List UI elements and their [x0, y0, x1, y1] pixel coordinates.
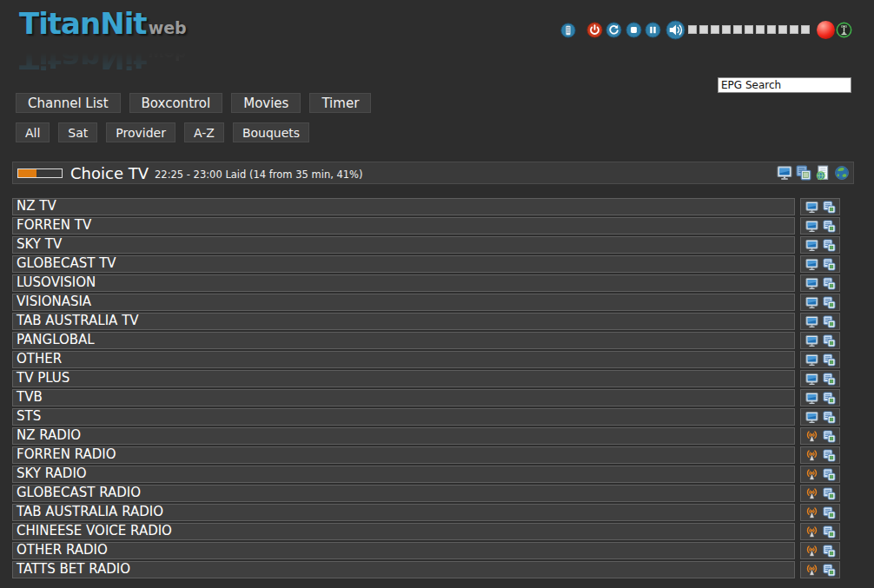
app-logo: TitanNitweb [19, 9, 187, 38]
radio-antenna-icon[interactable] [805, 525, 818, 538]
filter-button-a-z[interactable]: A-Z [184, 122, 224, 142]
channel-name-cell[interactable]: STS [12, 408, 795, 426]
stop-icon[interactable] [626, 22, 642, 38]
nav-button-movies[interactable]: Movies [231, 93, 301, 113]
epg-list-icon[interactable] [823, 334, 836, 347]
channel-name-label: VISIONASIA [17, 294, 91, 309]
volume-level-bar[interactable] [688, 25, 810, 34]
remote-icon[interactable] [560, 23, 576, 38]
channel-name-cell[interactable]: TVB [12, 389, 795, 406]
power-icon[interactable] [586, 22, 603, 38]
screenshot-icon[interactable] [796, 165, 811, 181]
volume-segment[interactable] [711, 25, 719, 34]
volume-segment[interactable] [745, 25, 753, 34]
monitor-icon[interactable] [805, 296, 818, 309]
channel-name-cell[interactable]: TAB AUSTRALIA TV [12, 313, 795, 330]
monitor-icon[interactable] [805, 220, 818, 233]
restart-icon[interactable] [606, 22, 622, 38]
playlist-file-icon[interactable] [815, 165, 831, 181]
radio-antenna-icon[interactable] [805, 449, 818, 462]
channel-name-cell[interactable]: LUSOVISION [12, 274, 795, 292]
monitor-icon[interactable] [805, 392, 818, 405]
filter-button-provider[interactable]: Provider [106, 122, 175, 142]
channel-name-cell[interactable]: NZ TV [12, 198, 795, 215]
monitor-icon[interactable] [805, 201, 818, 214]
epg-list-icon[interactable] [823, 525, 836, 538]
channel-name-cell[interactable]: SKY RADIO [12, 466, 795, 483]
nav-button-timer[interactable]: Timer [309, 93, 371, 113]
epg-list-icon[interactable] [823, 430, 836, 443]
epg-list-icon[interactable] [823, 201, 836, 214]
channel-name-cell[interactable]: TATTS BET RADIO [12, 561, 795, 578]
radio-antenna-icon[interactable] [805, 430, 818, 443]
radio-antenna-icon[interactable] [805, 487, 818, 500]
monitor-icon[interactable] [805, 277, 818, 290]
web-globe-icon[interactable] [834, 165, 850, 181]
epg-list-icon[interactable] [823, 487, 836, 500]
volume-segment[interactable] [722, 25, 731, 34]
monitor-icon[interactable] [805, 411, 818, 424]
channel-name-label: SKY TV [17, 236, 62, 252]
monitor-icon[interactable] [805, 258, 818, 271]
epg-list-icon[interactable] [823, 220, 836, 233]
epg-list-icon[interactable] [823, 296, 836, 309]
volume-segment[interactable] [778, 25, 787, 34]
radio-antenna-icon[interactable] [805, 506, 818, 519]
channel-name-label: OTHER RADIO [17, 542, 108, 558]
epg-list-icon[interactable] [823, 564, 836, 577]
monitor-icon[interactable] [805, 239, 818, 252]
channel-name-cell[interactable]: GLOBECAST RADIO [12, 485, 795, 502]
epg-list-icon[interactable] [823, 373, 836, 386]
channel-name-cell[interactable]: OTHER RADIO [12, 542, 795, 559]
radio-antenna-icon[interactable] [805, 564, 818, 577]
epg-list-icon[interactable] [823, 468, 836, 481]
monitor-icon[interactable] [805, 315, 818, 328]
monitor-icon[interactable] [805, 334, 818, 347]
monitor-stream-icon[interactable] [777, 165, 792, 181]
radio-antenna-icon[interactable] [805, 545, 818, 558]
channel-name-cell[interactable]: FORREN RADIO [12, 446, 795, 464]
filter-button-sat[interactable]: Sat [58, 122, 97, 142]
channel-name-cell[interactable]: NZ RADIO [12, 427, 795, 445]
signal-icon[interactable] [836, 22, 852, 38]
filter-button-all[interactable]: All [16, 122, 50, 142]
channel-name-cell[interactable]: TV PLUS [12, 370, 795, 387]
epg-list-icon[interactable] [823, 411, 836, 424]
record-icon[interactable] [817, 21, 835, 39]
channel-name-cell[interactable]: GLOBECAST TV [12, 255, 795, 273]
filter-button-bouquets[interactable]: Bouquets [233, 122, 309, 142]
monitor-icon[interactable] [805, 373, 818, 386]
epg-list-icon[interactable] [823, 239, 836, 252]
epg-list-icon[interactable] [823, 315, 836, 328]
volume-segment[interactable] [767, 25, 776, 34]
channel-name-cell[interactable]: SKY TV [12, 236, 795, 254]
channel-name-cell[interactable]: VISIONASIA [12, 294, 795, 311]
epg-list-icon[interactable] [823, 506, 836, 519]
epg-search-input[interactable] [718, 77, 851, 93]
pause-icon[interactable] [645, 22, 661, 38]
epg-list-icon[interactable] [823, 258, 836, 271]
volume-segment[interactable] [699, 25, 708, 34]
epg-list-icon[interactable] [823, 392, 836, 405]
radio-antenna-icon[interactable] [805, 468, 818, 481]
volume-segment[interactable] [688, 25, 697, 34]
volume-segment[interactable] [733, 25, 742, 34]
channel-name-cell[interactable]: CHINEESE VOICE RADIO [12, 523, 795, 540]
channel-name-cell[interactable]: OTHER [12, 351, 795, 368]
epg-list-icon[interactable] [823, 449, 836, 462]
epg-list-icon[interactable] [823, 277, 836, 290]
nav-button-channel-list[interactable]: Channel List [16, 93, 121, 113]
monitor-icon[interactable] [805, 353, 818, 367]
epg-list-icon[interactable] [823, 353, 836, 367]
channel-name-cell[interactable]: PANGLOBAL [12, 332, 795, 349]
volume-segment[interactable] [756, 25, 765, 34]
channel-name-cell[interactable]: FORREN TV [12, 217, 795, 235]
epg-list-icon[interactable] [823, 545, 836, 558]
volume-segment[interactable] [790, 25, 798, 34]
nav-button-boxcontrol[interactable]: Boxcontrol [129, 93, 223, 113]
channel-row-tvb: TVB [12, 389, 840, 406]
channel-name-cell[interactable]: TAB AUSTRALIA RADIO [12, 504, 795, 521]
volume-segment[interactable] [801, 25, 810, 34]
volume-icon[interactable] [665, 20, 685, 40]
channel-row-sts: STS [12, 408, 840, 426]
